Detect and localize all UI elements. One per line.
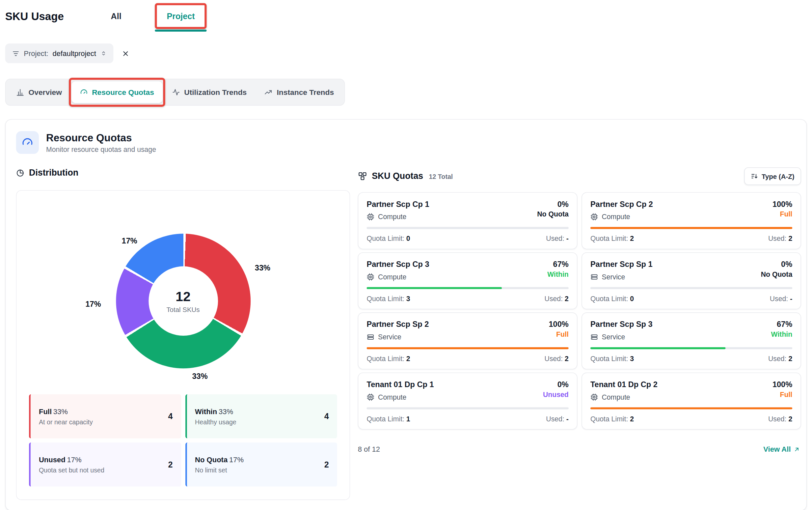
donut-center: 12 Total SKUs <box>149 266 218 336</box>
sku-card-left: Partner Scp Cp 3 Compute <box>366 260 429 281</box>
legend-card: No Quota17% No limit set 2 <box>185 443 337 487</box>
sku-type-row: Compute <box>591 213 653 221</box>
progress-fill <box>591 227 792 229</box>
sku-title: Partner Scp Sp 1 <box>591 260 653 268</box>
sku-card[interactable]: Partner Scp Cp 1 Compute 0% No Quota <box>358 192 577 249</box>
sku-card-top: Partner Scp Sp 3 Service 67% Within <box>591 319 792 341</box>
sku-card-bottom: Quota Limit: 2 Used: 2 <box>591 234 792 243</box>
quota-limit-value: 1 <box>406 415 410 423</box>
quota-limit-label: Quota Limit: <box>591 415 628 423</box>
sku-quotas-title: SKU Quotas <box>372 171 423 181</box>
view-all-label: View All <box>763 445 791 453</box>
sku-type-row: Compute <box>366 213 429 221</box>
quota-limit-value: 2 <box>406 355 410 363</box>
progress-track <box>366 347 568 349</box>
pie-chart-icon <box>16 169 24 177</box>
distribution-header: Distribution <box>16 167 350 179</box>
sku-status: Full <box>773 210 792 219</box>
quota-limit-value: 3 <box>630 355 634 363</box>
arrow-up-right-icon <box>793 446 800 452</box>
view-tabs: Overview Resource Quotas Utilization Tre… <box>5 79 345 106</box>
sku-card[interactable]: Tenant 01 Dp Cp 2 Compute 100% Full <box>581 373 801 430</box>
sku-card[interactable]: Partner Scp Sp 3 Service 67% Within <box>581 312 801 369</box>
sku-card-right: 100% Full <box>773 380 792 401</box>
sku-type-label: Compute <box>602 393 630 401</box>
project-filter-dropdown[interactable]: Project: defaultproject <box>5 44 113 63</box>
sku-card-left: Tenant 01 Dp Cp 1 Compute <box>366 380 434 401</box>
used: Used: 2 <box>545 295 569 303</box>
tab-utilization-trends[interactable]: Utilization Trends <box>163 81 255 103</box>
progress-track <box>591 347 792 349</box>
used-value: 2 <box>788 415 792 423</box>
activity-icon <box>172 88 180 96</box>
tab-all[interactable]: All <box>111 12 121 21</box>
legend-label: Unused <box>39 455 65 463</box>
donut-label-top: 17% <box>122 236 137 245</box>
legend-description: Healthy usage <box>195 418 236 426</box>
used: Used: - <box>546 234 568 243</box>
sku-status: Within <box>771 331 792 338</box>
filter-icon <box>12 50 20 57</box>
sku-card-bottom: Quota Limit: 2 Used: 2 <box>591 415 792 423</box>
panel-columns: Distribution 12 Total SKUs 17% 33% 17% 3… <box>6 154 806 500</box>
used-value: 2 <box>788 355 792 363</box>
sku-percent: 100% <box>548 319 568 329</box>
sku-total-count: 12 Total <box>429 173 453 180</box>
sku-type-label: Compute <box>378 393 406 401</box>
quota-limit: Quota Limit: 2 <box>591 415 634 423</box>
sku-card-bottom: Quota Limit: 1 Used: - <box>366 415 568 423</box>
legend-count: 2 <box>168 460 173 469</box>
donut-label-bottom: 33% <box>192 372 207 380</box>
donut-total: 12 <box>176 289 190 305</box>
tab-instance-trends[interactable]: Instance Trends <box>256 81 342 103</box>
quota-limit-label: Quota Limit: <box>366 415 404 423</box>
used-value: - <box>566 415 569 423</box>
used-value: 2 <box>788 234 792 243</box>
trending-up-icon <box>264 88 273 96</box>
sku-card-bottom: Quota Limit: 0 Used: - <box>591 295 792 303</box>
sku-title: Tenant 01 Dp Cp 1 <box>366 380 434 389</box>
used: Used: - <box>546 415 568 423</box>
compute-icon <box>591 213 598 221</box>
sku-card[interactable]: Tenant 01 Dp Cp 1 Compute 0% Unused <box>358 373 577 430</box>
sku-type-row: Service <box>591 333 653 341</box>
tab-project[interactable]: Project <box>167 12 194 21</box>
sku-type-label: Service <box>378 333 401 341</box>
sku-card[interactable]: Partner Scp Cp 2 Compute 100% Full <box>581 192 801 249</box>
legend-description: Quota set but not used <box>39 466 104 474</box>
used-label: Used: <box>546 234 564 243</box>
progress-fill <box>366 347 568 349</box>
sku-card-bottom: Quota Limit: 3 Used: 2 <box>366 295 568 303</box>
quota-limit: Quota Limit: 1 <box>366 415 410 423</box>
legend-label: Within <box>195 407 217 415</box>
sku-card[interactable]: Partner Scp Sp 2 Service 100% Full <box>358 312 577 369</box>
legend-percent: 33% <box>219 407 233 415</box>
used-label: Used: <box>545 295 563 303</box>
used-value: - <box>566 234 569 243</box>
legend-title: Within33% <box>195 407 236 415</box>
progress-fill <box>591 347 726 349</box>
sort-icon <box>751 173 758 180</box>
legend-percent: 17% <box>229 455 244 463</box>
sku-card-top: Partner Scp Cp 2 Compute 100% Full <box>591 199 792 220</box>
tab-resource-quotas[interactable]: Resource Quotas <box>71 81 162 103</box>
legend-count: 4 <box>168 412 173 421</box>
used-value: 2 <box>565 295 569 303</box>
tab-overview[interactable]: Overview <box>8 81 70 103</box>
sku-type-label: Compute <box>378 213 406 221</box>
sku-card[interactable]: Partner Scp Cp 3 Compute 67% Within <box>358 252 577 309</box>
sku-card-bottom: Quota Limit: 3 Used: 2 <box>591 355 792 363</box>
sku-status: Full <box>548 331 568 338</box>
pagination-count: 8 of 12 <box>358 445 380 453</box>
donut-caption: Total SKUs <box>166 306 200 314</box>
quota-limit: Quota Limit: 3 <box>591 355 634 363</box>
sku-card[interactable]: Partner Scp Sp 1 Service 0% No Quota <box>581 252 801 309</box>
sku-status: No Quota <box>537 210 569 219</box>
panel-header: Resource Quotas Monitor resource quotas … <box>6 120 806 154</box>
sku-status: Full <box>773 391 792 399</box>
sort-button[interactable]: Type (A-Z) <box>744 167 801 185</box>
legend-card: Within33% Healthy usage 4 <box>185 394 337 438</box>
clear-filter-button[interactable] <box>121 49 130 58</box>
view-all-link[interactable]: View All <box>763 445 800 453</box>
sku-card-left: Tenant 01 Dp Cp 2 Compute <box>591 380 658 401</box>
